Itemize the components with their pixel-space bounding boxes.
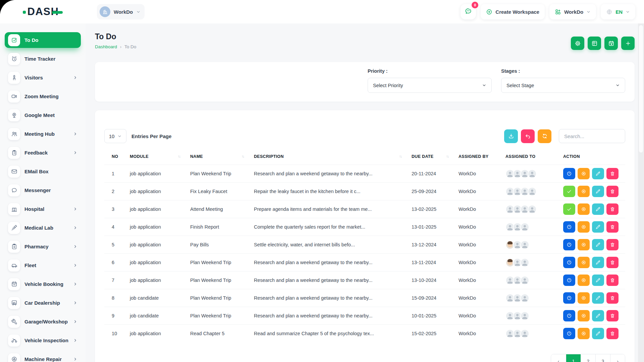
pagination-next[interactable]: › bbox=[610, 354, 625, 362]
edit-button[interactable] bbox=[592, 221, 604, 233]
delete-button[interactable] bbox=[606, 328, 619, 339]
edit-button[interactable] bbox=[592, 328, 604, 339]
pagination-page-2[interactable]: 2 bbox=[581, 354, 595, 362]
sidebar-item-meeting-hub[interactable]: Meeting Hub bbox=[5, 126, 81, 142]
machine-repair-icon bbox=[8, 353, 20, 362]
view-button[interactable] bbox=[578, 310, 590, 321]
edit-button[interactable] bbox=[592, 186, 604, 197]
column-header-name[interactable]: NAME↑↓ bbox=[188, 148, 252, 165]
timer-button[interactable] bbox=[563, 328, 575, 339]
cell-action bbox=[561, 218, 625, 236]
edit-button[interactable] bbox=[592, 292, 604, 304]
view-button[interactable] bbox=[578, 221, 590, 233]
sidebar-item-to-do[interactable]: To Do bbox=[5, 32, 81, 48]
sidebar-item-google-meet[interactable]: Google Meet bbox=[5, 107, 81, 123]
timer-button[interactable] bbox=[563, 292, 575, 304]
cell-assigned-to bbox=[503, 200, 561, 218]
calendar-view-button[interactable] bbox=[604, 37, 618, 50]
view-button[interactable] bbox=[578, 328, 590, 339]
view-button[interactable] bbox=[578, 239, 590, 250]
edit-button[interactable] bbox=[592, 310, 604, 321]
sidebar-item-email-box[interactable]: EMail Box bbox=[5, 164, 81, 179]
column-header-due-date[interactable]: DUE DATE↑↓ bbox=[410, 148, 457, 165]
calendar-icon bbox=[608, 40, 614, 47]
edit-button[interactable] bbox=[592, 257, 604, 268]
delete-button[interactable] bbox=[606, 310, 619, 321]
mark-complete-button[interactable] bbox=[563, 203, 575, 215]
sidebar-item-car-dealership[interactable]: Car Dealership bbox=[5, 295, 81, 311]
sidebar-item-zoom-meeting[interactable]: Zoom Meeting bbox=[5, 88, 81, 104]
breadcrumb-dashboard-link[interactable]: Dashboard bbox=[95, 44, 117, 49]
create-workspace-button[interactable]: Create Workspace bbox=[481, 4, 545, 19]
column-header-description[interactable]: DESCRIPTION↑↓ bbox=[252, 148, 410, 165]
sidebar-item-feedback[interactable]: Feedback bbox=[5, 145, 81, 161]
view-button[interactable] bbox=[578, 257, 590, 268]
cell-action bbox=[561, 236, 625, 254]
search-input[interactable] bbox=[559, 129, 625, 143]
view-button[interactable] bbox=[578, 203, 590, 215]
sidebar-item-pharmacy[interactable]: Pharmacy bbox=[5, 239, 81, 254]
reset-button[interactable] bbox=[521, 129, 535, 143]
cell-no: 1 bbox=[104, 165, 128, 183]
delete-button[interactable] bbox=[606, 221, 619, 233]
delete-button[interactable] bbox=[606, 239, 619, 250]
cell-name: Plan Weekend Trip bbox=[188, 307, 252, 325]
sidebar-item-messenger[interactable]: Messenger bbox=[5, 182, 81, 198]
stage-select[interactable]: Select Stage bbox=[501, 78, 625, 93]
delete-button[interactable] bbox=[606, 275, 619, 286]
delete-button[interactable] bbox=[606, 186, 619, 197]
timer-button[interactable] bbox=[563, 239, 575, 250]
scrollbar-thumb[interactable] bbox=[639, 25, 643, 153]
view-button[interactable] bbox=[578, 275, 590, 286]
edit-button[interactable] bbox=[592, 239, 604, 250]
chevron-down-icon bbox=[615, 83, 620, 87]
edit-button[interactable] bbox=[592, 168, 604, 179]
sidebar-item-label: Google Meet bbox=[24, 112, 77, 118]
pencil-icon bbox=[595, 260, 601, 265]
settings-button[interactable] bbox=[571, 37, 584, 50]
workspace-menu[interactable]: WorkDo bbox=[549, 4, 596, 19]
add-todo-button[interactable] bbox=[621, 37, 635, 50]
sidebar-item-vehicle-inspection[interactable]: Vehicle Inspection bbox=[5, 333, 81, 348]
timer-button[interactable] bbox=[563, 168, 575, 179]
pagination-page-1[interactable]: 1 bbox=[566, 354, 581, 362]
sidebar-item-vehicle-booking[interactable]: Vehicle Booking bbox=[5, 276, 81, 292]
mark-complete-button[interactable] bbox=[563, 186, 575, 197]
pagination-prev[interactable]: ‹ bbox=[551, 354, 566, 362]
scrollbar-track[interactable] bbox=[638, 23, 644, 362]
workspace-selector[interactable]: WorkDo bbox=[97, 4, 145, 19]
sidebar-item-machine-repair[interactable]: Machine Repair bbox=[5, 351, 81, 362]
edit-button[interactable] bbox=[592, 203, 604, 215]
refresh-button[interactable] bbox=[538, 129, 551, 143]
trash-icon bbox=[610, 313, 615, 318]
edit-button[interactable] bbox=[592, 275, 604, 286]
delete-button[interactable] bbox=[606, 257, 619, 268]
sidebar-item-fleet[interactable]: Fleet bbox=[5, 257, 81, 273]
sidebar-item-medical-lab[interactable]: Medical Lab bbox=[5, 220, 81, 236]
zoom-meeting-icon bbox=[8, 90, 20, 103]
language-selector[interactable]: EN bbox=[601, 4, 635, 19]
timer-button[interactable] bbox=[563, 310, 575, 321]
assignee-avatar bbox=[520, 240, 529, 249]
pagination-page-3[interactable]: 3 bbox=[595, 354, 610, 362]
delete-button[interactable] bbox=[606, 203, 619, 215]
export-button[interactable] bbox=[504, 129, 518, 143]
chevron-down-icon bbox=[626, 10, 630, 14]
timer-button[interactable] bbox=[563, 221, 575, 233]
delete-button[interactable] bbox=[606, 292, 619, 304]
chat-button[interactable]: 0 bbox=[461, 4, 476, 19]
sidebar-item-hospital[interactable]: Hospital bbox=[5, 201, 81, 217]
sidebar-item-time-tracker[interactable]: Time Tracker bbox=[5, 51, 81, 67]
timer-button[interactable] bbox=[563, 257, 575, 268]
sidebar-item-garage-workshop[interactable]: Garage/Workshop bbox=[5, 314, 81, 329]
priority-select[interactable]: Select Priority bbox=[368, 78, 492, 93]
timer-button[interactable] bbox=[563, 275, 575, 286]
view-button[interactable] bbox=[578, 292, 590, 304]
delete-button[interactable] bbox=[606, 168, 619, 179]
column-header-module[interactable]: MODULE↑↓ bbox=[128, 148, 188, 165]
grid-view-button[interactable] bbox=[588, 37, 601, 50]
sidebar-item-visitors[interactable]: Visitors bbox=[5, 70, 81, 85]
entries-per-page-select[interactable]: 10 bbox=[104, 129, 126, 143]
view-button[interactable] bbox=[578, 186, 590, 197]
view-button[interactable] bbox=[578, 168, 590, 179]
